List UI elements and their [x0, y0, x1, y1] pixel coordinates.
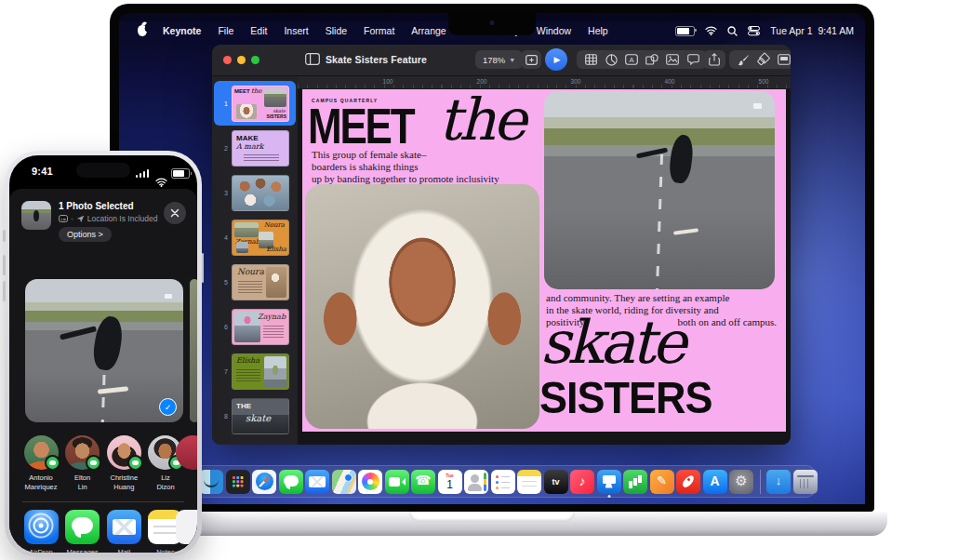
contact-antonio[interactable]: AntonioManriquez: [20, 435, 61, 492]
dock-keynote-icon[interactable]: [597, 470, 621, 494]
dock-launchpad-icon[interactable]: [226, 470, 250, 494]
share-notes[interactable]: Notes: [145, 510, 186, 553]
zoom-level-dropdown[interactable]: 178%▼: [475, 50, 523, 69]
avatar: [24, 435, 59, 470]
share-app-partial[interactable]: [176, 510, 197, 544]
wifi-icon[interactable]: [705, 26, 717, 35]
dock-calendar-icon[interactable]: Tue 1: [438, 470, 462, 494]
dock-finder-icon[interactable]: [199, 470, 223, 494]
dock-pages-icon[interactable]: [650, 470, 674, 494]
battery-icon: [171, 168, 190, 179]
dock-downloads-icon[interactable]: [766, 470, 791, 494]
slide-canvas: 100 200 300 400 500 CAMPUS QUARTERLY MEE…: [298, 76, 791, 445]
dock-music-icon[interactable]: [570, 470, 594, 494]
dock-notes-icon[interactable]: [517, 470, 541, 494]
slide-thumbnail-1[interactable]: 1 MEET the skate SISTERS: [214, 81, 296, 126]
menu-format[interactable]: Format: [355, 25, 403, 36]
slide-headline: MEET: [308, 101, 413, 152]
shape-icon[interactable]: [642, 54, 662, 65]
selected-photo[interactable]: ✓: [25, 279, 183, 422]
slide-thumbnail-5[interactable]: 5 Noura: [214, 260, 296, 304]
share-messages[interactable]: Messages: [62, 510, 103, 553]
media-icon[interactable]: [662, 54, 683, 65]
search-icon[interactable]: [727, 26, 738, 36]
chart-icon[interactable]: [601, 54, 621, 66]
macbook-base: [97, 512, 887, 536]
desktop-wallpaper: Keynote File Edit Insert Slide Format Ar…: [119, 13, 865, 504]
svg-text:A: A: [629, 56, 633, 64]
animate-icon[interactable]: [753, 54, 774, 66]
dock-settings-icon[interactable]: [729, 470, 753, 494]
menu-file[interactable]: File: [209, 25, 242, 36]
dock-safari-icon[interactable]: [252, 470, 276, 494]
slide-thumbnail-3[interactable]: 3: [214, 170, 296, 215]
share-sheet-subtitle: · Location Is Included: [59, 214, 157, 223]
menu-slide[interactable]: Slide: [317, 25, 355, 36]
share-button[interactable]: [703, 50, 725, 69]
menu-edit[interactable]: Edit: [242, 25, 275, 36]
text-box-icon[interactable]: A: [621, 54, 642, 65]
slide-thumbnail-2[interactable]: 2 MAKE A mark: [214, 126, 296, 170]
document-icon[interactable]: [774, 54, 791, 65]
dock-appstore-icon[interactable]: [703, 470, 727, 494]
menu-time[interactable]: 9:41 AM: [818, 25, 854, 36]
insert-toolbar-group: A: [577, 50, 707, 69]
play-button[interactable]: ▶: [545, 48, 567, 71]
open-app-indicator: [607, 495, 610, 498]
contact-liz[interactable]: LizDizon: [145, 435, 186, 492]
dock-rocket-icon[interactable]: [676, 470, 700, 494]
menu-help[interactable]: Help: [579, 25, 617, 36]
dock-tv-icon[interactable]: tv: [544, 470, 568, 494]
view-options-icon[interactable]: [305, 52, 320, 69]
menu-insert[interactable]: Insert: [275, 25, 316, 36]
control-center-icon[interactable]: [748, 26, 760, 35]
current-slide[interactable]: CAMPUS QUARTERLY MEET the This group of …: [302, 89, 786, 432]
menu-keynote[interactable]: Keynote: [154, 25, 209, 36]
next-photo-partial[interactable]: [190, 279, 197, 422]
dock-mail-icon[interactable]: [305, 470, 329, 494]
table-icon[interactable]: [580, 54, 601, 65]
avatar: [65, 435, 100, 470]
macbook-screen: Keynote File Edit Insert Slide Format Ar…: [110, 4, 874, 512]
battery-icon[interactable]: [675, 26, 695, 36]
dock-maps-icon[interactable]: [332, 470, 356, 494]
contact-christine[interactable]: ChristineHuang: [103, 435, 144, 492]
dock-messages-icon[interactable]: [279, 470, 303, 494]
menu-date[interactable]: Tue Apr 1: [770, 25, 812, 36]
minimize-window-button[interactable]: [237, 56, 246, 64]
options-button[interactable]: Options >: [59, 227, 112, 242]
airdrop-icon: [24, 510, 59, 544]
dock-reminders-icon[interactable]: [491, 470, 515, 494]
share-icon: [709, 53, 720, 66]
apple-menu-icon[interactable]: [138, 25, 147, 36]
dock-divider: [760, 470, 761, 494]
inspector-toolbar-group: [729, 50, 791, 69]
menu-window[interactable]: Window: [528, 25, 579, 36]
menu-arrange[interactable]: Arrange: [403, 25, 454, 36]
add-slide-button[interactable]: [521, 50, 541, 69]
slide-headline-script: the: [438, 91, 525, 149]
slide-footer-script: skate: [540, 313, 683, 372]
slide-thumbnail-6[interactable]: 6 Zaynab: [214, 304, 296, 349]
dock-numbers-icon[interactable]: [623, 470, 647, 494]
share-mail[interactable]: Mail: [103, 510, 144, 553]
zoom-window-button[interactable]: [251, 56, 259, 64]
dock-phone-icon[interactable]: [411, 470, 435, 494]
slide-thumbnail-4[interactable]: 4 Noura Zaynab Elisha: [214, 215, 296, 260]
share-airdrop[interactable]: AirDrop: [20, 510, 61, 553]
dock-photos-icon[interactable]: [358, 470, 382, 494]
dock-facetime-icon[interactable]: [385, 470, 409, 494]
slide-thumbnail-8[interactable]: 8 THE skate: [214, 393, 296, 438]
iphone: 9:41 1 Photo Selected · Location Is Incl…: [5, 151, 202, 557]
window-title: Skate Sisters Feature: [326, 54, 427, 65]
format-brush-icon[interactable]: [733, 54, 753, 66]
slide-thumbnail-7[interactable]: 7 Elisha: [214, 349, 296, 393]
contact-elton[interactable]: EltonLin: [62, 435, 103, 492]
mail-icon: [107, 510, 141, 544]
dock-contacts-icon[interactable]: [464, 470, 488, 494]
comment-icon[interactable]: [683, 54, 703, 65]
close-window-button[interactable]: [223, 56, 232, 64]
close-button[interactable]: [164, 202, 186, 224]
dock-trash-icon[interactable]: [793, 470, 818, 494]
airdrop-contacts-row: AntonioManriquez EltonLin ChristineHuang…: [9, 435, 197, 492]
